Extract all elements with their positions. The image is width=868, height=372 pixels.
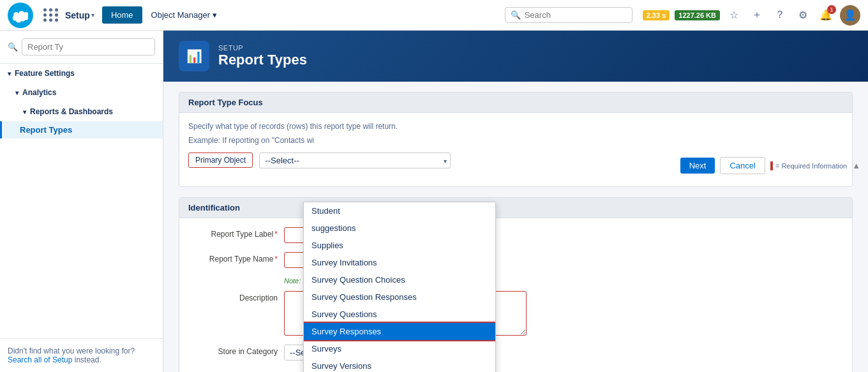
sidebar-footer: Didn't find what you were looking for? S… [0,338,163,372]
report-type-name-label: Report Type Name [188,252,278,264]
description-label: Description [188,291,278,302]
dropdown-item-9[interactable]: Survey Versions [304,357,495,372]
setup-subtitle: SETUP [218,44,307,52]
content-body: Report Type Focus Specify what type of r… [163,82,868,372]
dropdown-item-1[interactable]: suggestions [304,219,495,237]
settings-icon-button[interactable]: ⚙ [794,6,812,24]
sidebar-feature-settings-header[interactable]: ▾ Feature Settings [0,64,163,83]
feature-settings-label: Feature Settings [15,69,75,78]
analytics-label: Analytics [22,88,56,97]
home-nav-button[interactable]: Home [102,6,142,24]
primary-object-button[interactable]: Primary Object [188,153,253,168]
identification-section: Identification Report Type Label Report … [179,197,853,372]
report-type-label-label: Report Type Label [188,227,278,239]
dropdown-item-7[interactable]: Survey Responses [304,322,495,341]
dropdown-item-5[interactable]: Survey Question Responses [304,288,495,306]
feature-settings-caret-icon: ▾ [8,70,11,77]
setup-title: Report Types [218,52,307,68]
dropdown-item-6[interactable]: Survey Questions [304,306,495,323]
description-row: Description [188,291,843,336]
store-category-row: Store in Category --Select-- ▾ [188,345,843,361]
sidebar-search-container: 🔍 [0,31,163,64]
object-manager-chevron-icon: ▾ [213,10,217,20]
report-type-label-row: Report Type Label [188,227,843,243]
scroll-up-icon[interactable]: ▲ [852,161,860,170]
sidebar-search-input[interactable] [22,38,155,56]
identification-header: Identification [179,198,852,218]
dropdown-item-4[interactable]: Survey Question Choices [304,271,495,288]
sidebar-search-all-link[interactable]: Search all of Setup [8,355,72,364]
dropdown-item-0[interactable]: Student [304,202,495,219]
report-type-focus-example: Example: If reporting on "Contacts wi [188,136,843,145]
report-type-name-row: Report Type Name i [188,252,843,268]
object-manager-label: Object Manager [151,10,211,20]
memory-badge: 1227.26 KB [675,10,720,20]
primary-object-dropdown[interactable]: StudentsuggestionsSuppliesSurvey Invitat… [303,202,496,372]
report-types-label: Report Types [20,125,72,135]
cancel-button[interactable]: Cancel [720,157,765,174]
report-type-focus-header: Report Type Focus [179,93,852,113]
required-info: = Required Information [770,161,847,170]
report-types-icon: 📊 [179,41,209,71]
report-type-focus-body: Specify what type of records (rows) this… [179,113,852,186]
action-bar: Next Cancel = Required Information ▲ [680,157,860,174]
search-icon: 🔍 [511,10,521,20]
star-icon-button[interactable]: ☆ [725,6,743,24]
object-manager-nav-button[interactable]: Object Manager ▾ [142,6,227,24]
performance-badge: 2.33 s [643,10,670,20]
store-category-label: Store in Category [188,345,278,356]
salesforce-logo [8,3,33,28]
sidebar-analytics-header[interactable]: ▾ Analytics [0,83,163,102]
help-icon-button[interactable]: ？ [771,6,789,24]
main-layout: 🔍 ▾ Feature Settings ▾ Analytics ▾ Repor… [0,31,868,372]
global-search-bar[interactable]: 🔍 [505,7,632,23]
reports-dashboards-label: Reports & Dashboards [30,107,113,116]
notifications-icon-button[interactable]: 🔔 1 [817,6,835,24]
identification-body: Report Type Label Report Type Name i Not… [179,218,852,372]
sidebar-reports-dashboards-header[interactable]: ▾ Reports & Dashboards [0,102,163,121]
content-area: 📊 SETUP Report Types Next Cancel = Requi… [163,31,868,372]
sidebar-search-icon: 🔍 [8,42,18,52]
user-avatar[interactable]: 👤 [840,5,860,26]
sidebar-footer-text: Didn't find what you were looking for? [8,346,135,355]
required-label: = Required Information [775,162,847,170]
app-launcher-icon[interactable] [43,8,59,22]
dropdown-item-3[interactable]: Survey Invitations [304,254,495,271]
report-type-focus-desc: Specify what type of records (rows) this… [188,122,843,131]
analytics-caret-icon: ▾ [15,89,19,96]
next-button[interactable]: Next [680,158,715,174]
top-nav-right: 2.33 s 1227.26 KB ☆ ＋ ？ ⚙ 🔔 1 👤 [643,5,860,26]
top-navigation: Setup ▾ Home Object Manager ▾ 🔍 2.33 s 1… [0,0,868,31]
dropdown-item-2[interactable]: Supplies [304,237,495,254]
setup-header: 📊 SETUP Report Types [163,31,868,82]
sidebar-item-report-types[interactable]: Report Types [0,121,163,138]
primary-object-select[interactable]: --Select-- [259,153,451,168]
sidebar-feature-settings-section: ▾ Feature Settings ▾ Analytics ▾ Reports… [0,64,163,138]
setup-chevron-icon[interactable]: ▾ [91,11,94,19]
dropdown-item-8[interactable]: Surveys [304,340,495,357]
setup-label[interactable]: Setup [65,10,90,20]
reports-caret-icon: ▾ [23,108,26,115]
global-search-input[interactable] [525,10,627,20]
notification-count-badge: 1 [827,5,836,14]
primary-object-select-wrapper: --Select-- ▾ [259,153,451,168]
setup-title-block: SETUP Report Types [218,44,307,68]
required-bar-icon [770,161,773,170]
dropdown-scroll-area[interactable]: StudentsuggestionsSuppliesSurvey Invitat… [304,202,495,372]
add-icon-button[interactable]: ＋ [748,6,766,24]
sidebar: 🔍 ▾ Feature Settings ▾ Analytics ▾ Repor… [0,31,163,372]
